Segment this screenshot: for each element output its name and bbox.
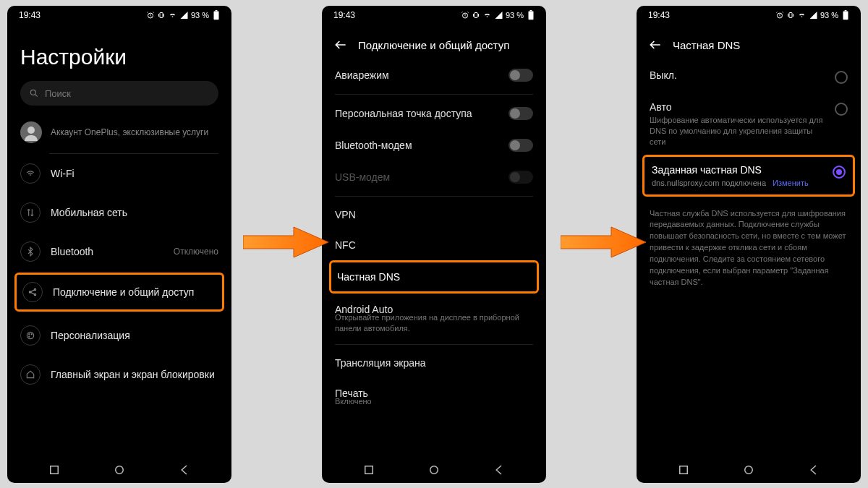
setting-bluetooth[interactable]: Bluetooth Отключено — [7, 232, 231, 271]
dns-host: dns.nullsproxy.com подключена — [652, 179, 766, 187]
nav-home-icon[interactable] — [427, 463, 441, 476]
signal-icon — [809, 11, 818, 20]
svg-rect-15 — [475, 13, 477, 18]
row-label: USB-модем — [335, 171, 509, 183]
nav-back-icon[interactable] — [493, 463, 506, 476]
account-row[interactable]: Аккаунт OnePlus, эксклюзивные услуги — [7, 106, 231, 153]
row-subtext: Открывайте приложения на дисплее в прибо… — [322, 312, 546, 341]
svg-rect-21 — [789, 13, 792, 18]
option-title: Выкл. — [650, 69, 827, 81]
setting-connection-sharing[interactable]: Подключение и общий доступ — [14, 273, 224, 312]
nav-bar — [637, 457, 861, 483]
setting-wifi[interactable]: Wi-Fi — [7, 154, 231, 193]
svg-rect-16 — [529, 11, 534, 20]
nav-recent-icon[interactable] — [48, 463, 61, 476]
row-private-dns[interactable]: Частная DNS — [329, 260, 539, 294]
svg-rect-3 — [216, 10, 218, 11]
dns-option-auto[interactable]: Авто Шифрование автоматически использует… — [637, 91, 861, 155]
vibrate-icon — [472, 11, 480, 20]
home-icon — [20, 364, 41, 385]
signal-icon — [494, 11, 503, 20]
separator — [335, 196, 533, 197]
svg-rect-1 — [160, 13, 163, 18]
wifi-icon — [797, 11, 807, 20]
svg-point-8 — [27, 332, 33, 338]
share-icon — [22, 282, 43, 302]
status-time: 19:43 — [19, 10, 41, 20]
edit-link[interactable]: Изменить — [773, 179, 809, 187]
row-nfc[interactable]: NFC — [322, 230, 546, 260]
battery-percent: 93 % — [191, 11, 209, 20]
row-cast[interactable]: Трансляция экрана — [322, 348, 546, 378]
svg-rect-24 — [680, 466, 688, 474]
row-vpn[interactable]: VPN — [322, 200, 546, 230]
svg-point-19 — [430, 466, 438, 474]
dns-footnote: Частная служба DNS используется для шифр… — [637, 197, 861, 289]
vibrate-icon — [157, 11, 166, 20]
toggle[interactable] — [509, 69, 533, 82]
nav-home-icon[interactable] — [742, 463, 755, 476]
setting-label: Wi-Fi — [51, 168, 218, 179]
search-input[interactable]: Поиск — [20, 81, 218, 106]
status-time: 19:43 — [333, 10, 355, 20]
status-icons: 93 % — [461, 10, 535, 20]
setting-trail: Отключено — [174, 247, 218, 257]
option-desc: Шифрование автоматически используется дл… — [650, 115, 827, 147]
alarm-icon — [775, 11, 784, 20]
option-title: Заданная частная DNS — [652, 164, 825, 176]
row-label: Трансляция экрана — [335, 357, 533, 369]
search-icon — [29, 88, 39, 98]
signal-icon — [179, 11, 189, 20]
status-bar: 19:43 93 % — [637, 6, 861, 25]
sub-header: Частная DNS — [637, 25, 861, 59]
nav-back-icon[interactable] — [178, 463, 191, 476]
row-airplane[interactable]: Авиарежим — [322, 59, 546, 91]
row-label: Авиарежим — [335, 69, 509, 81]
row-usb-tether: USB-модем — [322, 161, 546, 193]
radio-selected-icon[interactable] — [833, 166, 846, 179]
svg-rect-12 — [51, 466, 59, 474]
svg-point-13 — [116, 466, 124, 474]
setting-personalization[interactable]: Персонализация — [7, 316, 231, 355]
separator — [335, 344, 533, 345]
row-bt-tether[interactable]: Bluetooth-модем — [322, 129, 546, 161]
nav-back-icon[interactable] — [807, 463, 820, 476]
svg-rect-2 — [214, 11, 219, 20]
header-title: Подключение и общий доступ — [358, 39, 509, 51]
row-label: VPN — [335, 209, 533, 221]
row-hotspot[interactable]: Персональная точка доступа — [322, 98, 546, 129]
status-bar: 19:43 93 % — [7, 6, 231, 25]
radio-icon[interactable] — [835, 71, 848, 84]
step-arrow-icon — [561, 224, 647, 260]
back-icon[interactable] — [333, 38, 348, 52]
back-icon[interactable] — [648, 38, 663, 52]
svg-point-6 — [34, 288, 35, 290]
setting-label: Персонализация — [51, 330, 218, 341]
page-title: Настройки — [7, 25, 231, 81]
setting-label: Подключение и общий доступ — [53, 286, 216, 298]
row-label: Bluetooth-модем — [335, 140, 509, 151]
status-icons: 93 % — [146, 10, 220, 20]
toggle[interactable] — [509, 139, 533, 152]
wifi-icon — [20, 163, 41, 184]
row-label: Персональная точка доступа — [335, 108, 509, 119]
setting-homescreen[interactable]: Главный экран и экран блокировки — [7, 355, 231, 394]
toggle[interactable] — [509, 107, 533, 120]
radio-icon[interactable] — [835, 103, 848, 116]
step-arrow-icon — [243, 224, 330, 260]
nav-recent-icon[interactable] — [677, 463, 690, 476]
setting-mobile[interactable]: Мобильная сеть — [7, 193, 231, 232]
svg-rect-18 — [365, 466, 373, 474]
svg-point-25 — [745, 466, 753, 474]
dns-option-off[interactable]: Выкл. — [637, 59, 861, 91]
nav-recent-icon[interactable] — [362, 463, 375, 476]
battery-icon — [527, 10, 535, 20]
dns-option-custom[interactable]: Заданная частная DNS dns.nullsproxy.com … — [642, 155, 855, 197]
row-label: NFC — [335, 239, 533, 251]
option-desc: dns.nullsproxy.com подключена Изменить — [652, 179, 825, 187]
nav-home-icon[interactable] — [113, 463, 126, 476]
vibrate-icon — [786, 11, 795, 20]
separator — [335, 94, 533, 95]
nav-bar — [7, 457, 231, 483]
svg-rect-17 — [530, 10, 532, 11]
